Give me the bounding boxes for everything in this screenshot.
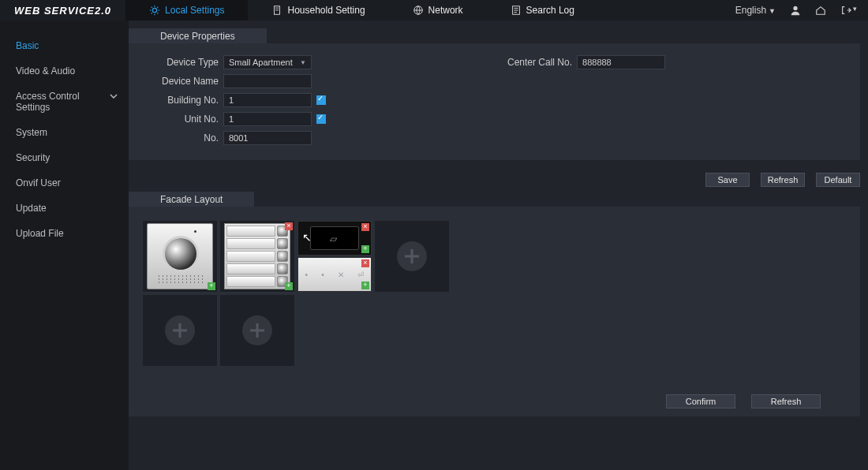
- tab-device-properties[interactable]: Device Properties: [129, 28, 267, 43]
- svg-rect-2: [276, 8, 277, 9]
- module-display[interactable]: ▱↖ × +: [297, 221, 372, 256]
- device-type-select[interactable]: Small Apartment ▼: [223, 55, 312, 69]
- nav-household-label: Household Setting: [287, 5, 365, 16]
- slot-add-button[interactable]: +: [285, 282, 293, 290]
- label-center-call-no: Center Call No.: [507, 57, 572, 68]
- slot-add-button[interactable]: +: [208, 282, 215, 290]
- label-device-type: Device Type: [144, 57, 219, 68]
- svg-rect-3: [278, 8, 279, 9]
- module-status[interactable]: ••✕⏎ × +: [297, 257, 372, 292]
- label-device-name: Device Name: [144, 76, 219, 87]
- language-label: English: [735, 5, 766, 16]
- chevron-down-icon: ▼: [300, 59, 306, 66]
- module-button-panel: [224, 223, 290, 289]
- svg-point-0: [152, 8, 156, 12]
- plus-icon: [242, 315, 272, 345]
- sidebar-item-access-control[interactable]: Access Control Settings: [0, 84, 129, 120]
- label-building-no: Building No.: [144, 95, 219, 106]
- slot-delete-button[interactable]: ×: [361, 223, 369, 231]
- facade-slot[interactable]: +: [143, 221, 217, 292]
- confirm-button[interactable]: Confirm: [666, 394, 735, 408]
- plus-icon: [397, 241, 427, 271]
- label-unit-no: Unit No.: [144, 114, 219, 125]
- building-no-input[interactable]: [223, 93, 312, 107]
- refresh-button[interactable]: Refresh: [751, 394, 821, 408]
- building-no-checkbox[interactable]: [316, 95, 326, 105]
- center-call-no-input[interactable]: [577, 55, 665, 69]
- nav-local-label: Local Settings: [165, 5, 224, 16]
- sidebar-item-security[interactable]: Security: [0, 145, 129, 170]
- facade-add-slot[interactable]: [220, 295, 294, 366]
- card-icon: ▱: [330, 233, 337, 244]
- building-icon: [271, 5, 282, 16]
- module-camera: [147, 223, 213, 289]
- sidebar-item-basic[interactable]: Basic: [0, 33, 129, 58]
- chevron-down-icon: [110, 91, 118, 103]
- panel-facade-layout: Facade Layout +: [129, 192, 860, 416]
- svg-point-11: [793, 6, 797, 10]
- facade-add-slot[interactable]: [143, 295, 217, 366]
- device-type-value: Small Apartment: [229, 58, 293, 67]
- svg-rect-5: [278, 9, 279, 10]
- slot-delete-button[interactable]: ×: [285, 222, 293, 230]
- slot-add-button[interactable]: +: [361, 245, 369, 253]
- log-icon: [511, 5, 522, 16]
- panel-device-properties: Device Properties Device Type Small Apar…: [129, 28, 860, 160]
- slot-delete-button[interactable]: ×: [361, 259, 369, 267]
- save-button[interactable]: Save: [705, 173, 750, 187]
- slot-add-button[interactable]: +: [361, 282, 369, 289]
- gear-icon: [149, 5, 160, 16]
- chevron-down-icon: ▼: [769, 7, 776, 15]
- logout-icon[interactable]: ▾: [840, 5, 857, 16]
- sidebar-item-system[interactable]: System: [0, 120, 129, 145]
- nav-search-log[interactable]: Search Log: [487, 0, 598, 21]
- sidebar-item-update[interactable]: Update: [0, 196, 129, 221]
- brand-logo: WEB SERVICE2.0: [0, 5, 125, 17]
- svg-rect-1: [275, 6, 280, 15]
- home-icon[interactable]: [815, 5, 826, 16]
- tab-facade-layout[interactable]: Facade Layout: [129, 192, 254, 207]
- svg-rect-4: [276, 9, 277, 10]
- user-icon[interactable]: [790, 5, 801, 16]
- sidebar: Basic Video & Audio Access Control Setti…: [0, 21, 129, 470]
- sidebar-item-upload-file[interactable]: Upload File: [0, 221, 129, 246]
- nav-local-settings[interactable]: Local Settings: [125, 0, 248, 21]
- device-name-input[interactable]: [223, 74, 312, 88]
- cursor-icon: ↖: [302, 231, 312, 244]
- nav-network-label: Network: [428, 5, 463, 16]
- sidebar-item-onvif-user[interactable]: Onvif User: [0, 170, 129, 196]
- sidebar-item-label: Access Control Settings: [16, 91, 80, 113]
- facade-add-slot[interactable]: [375, 221, 449, 292]
- language-select[interactable]: English▼: [735, 5, 776, 16]
- plus-icon: [165, 315, 195, 345]
- unit-no-input[interactable]: [223, 112, 312, 126]
- unit-no-checkbox[interactable]: [316, 114, 326, 124]
- chevron-down-icon: ▾: [853, 5, 857, 16]
- facade-slot[interactable]: ▱↖ × + ••✕⏎ × +: [297, 221, 372, 292]
- facade-slot[interactable]: × +: [220, 221, 294, 292]
- refresh-button[interactable]: Refresh: [761, 173, 805, 187]
- nav-household-setting[interactable]: Household Setting: [248, 0, 388, 21]
- no-input[interactable]: [223, 131, 312, 145]
- nav-network[interactable]: Network: [389, 0, 487, 21]
- default-button[interactable]: Default: [816, 173, 860, 187]
- globe-icon: [413, 5, 424, 16]
- sidebar-item-video-audio[interactable]: Video & Audio: [0, 58, 129, 84]
- label-no: No.: [144, 132, 219, 144]
- nav-search-label: Search Log: [526, 5, 574, 16]
